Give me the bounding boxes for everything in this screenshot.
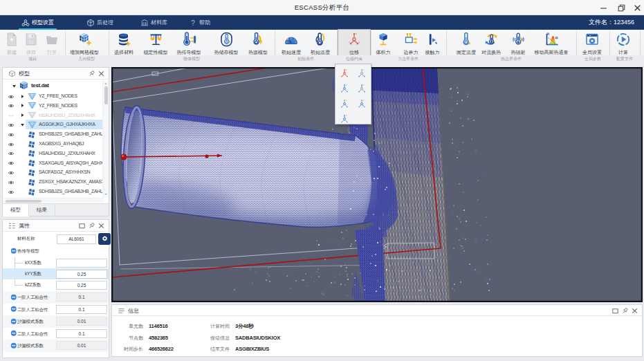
tree-item-row[interactable]: SDHSBJZS_GHSABJHB_ZAHU	[3, 187, 103, 197]
dropdown-option-2[interactable]	[355, 66, 369, 80]
property-value-input[interactable]	[56, 341, 107, 350]
float-panel-icon[interactable]	[611, 307, 619, 315]
tree-vertical-scrollbar[interactable]	[102, 80, 108, 198]
tree-item-row[interactable]: YZ_FREE_NODES	[3, 92, 103, 102]
ribbon-button-initial-temperature[interactable]: 初始温度	[311, 30, 330, 56]
eye-visible-icon[interactable]	[8, 169, 15, 176]
ribbon-button-moving-gaussian-flux[interactable]: 移动高斯热通量	[535, 30, 569, 56]
property-value-input[interactable]	[56, 317, 107, 326]
float-panel-icon[interactable]	[78, 222, 86, 230]
menu-tab-help[interactable]: 帮助	[189, 15, 210, 30]
ribbon-button-heat-storage[interactable]: 热储存模型	[214, 30, 239, 56]
eye-visible-icon[interactable]	[8, 160, 15, 167]
ribbon-button-fixed-temperature[interactable]: 固定温度	[457, 30, 476, 56]
tree-item-row[interactable]: ZSXGX_HSAKAZNZXK_AMASX	[3, 178, 103, 187]
scrollbar-thumb[interactable]	[6, 200, 42, 203]
ribbon-button-new-file[interactable]: 新建	[4, 30, 19, 56]
ribbon-button-initial-velocity[interactable]: 初始速度	[282, 30, 301, 56]
scroll-up-icon[interactable]	[104, 82, 108, 86]
material-settings-button[interactable]	[98, 233, 111, 245]
ribbon-button-label: 热辐射	[510, 49, 526, 56]
ribbon-button-convection[interactable]: 对流换热	[481, 30, 501, 56]
tree-item-row[interactable]: HSAUHDISU_JZXIUXHAHX	[3, 111, 103, 120]
menu-tab-material-library[interactable]: 材料库	[140, 15, 167, 30]
info-panel-icon	[118, 307, 125, 315]
property-value-input[interactable]	[56, 259, 107, 268]
viewport-3d-scene[interactable]	[111, 67, 643, 302]
material-name-input[interactable]	[57, 234, 96, 244]
collapse-section-icon[interactable]	[10, 306, 17, 313]
ribbon-button-stability-model[interactable]: 稳定性模型	[144, 30, 168, 56]
dropdown-option-7[interactable]	[338, 112, 351, 125]
caret-down-icon[interactable]	[20, 122, 25, 127]
ribbon-group-strip: 项目 几何模型 物体模型 初始条件 位移约束 力边界条件 热边界条件 全局参数 …	[0, 55, 644, 63]
ribbon-button-compute[interactable]: 计算	[616, 30, 631, 56]
close-panel-icon[interactable]	[631, 307, 638, 315]
property-value-input[interactable]	[56, 281, 107, 290]
caret-right-icon[interactable]	[20, 103, 25, 108]
ribbon-button-heat-source[interactable]: 热源模型	[248, 30, 268, 56]
eye-visible-icon[interactable]	[8, 189, 15, 196]
collapse-section-icon[interactable]	[10, 294, 17, 301]
ribbon-button-heat-conduction[interactable]: 热传导模型	[177, 30, 201, 56]
scroll-down-icon[interactable]	[104, 192, 108, 196]
eye-visible-icon[interactable]	[8, 141, 15, 148]
collapse-section-icon[interactable]	[10, 248, 17, 254]
dropdown-option-5[interactable]	[338, 97, 351, 110]
eye-visible-icon[interactable]	[8, 179, 15, 186]
tree-item-row[interactable]: HSAUHDISU_JZXIUXHAHX	[3, 149, 103, 158]
tree-item-row[interactable]: AGSGKJKG_GJHXAJKHXA	[3, 120, 103, 130]
menu-tab-post-process[interactable]: 后处理	[86, 15, 113, 30]
ribbon-button-contact-force[interactable]: 接触力	[425, 30, 440, 56]
scrollbar-thumb[interactable]	[104, 86, 108, 104]
info-field-label: 计算时间	[195, 323, 230, 330]
tab-model[interactable]: 模型	[3, 204, 29, 216]
tree-horizontal-scrollbar[interactable]	[3, 198, 104, 203]
dropdown-option-1[interactable]	[338, 66, 351, 80]
ribbon-button-global-settings[interactable]: 全局设置	[582, 30, 602, 56]
tree-item-row[interactable]: XAGBSXG_AYHAQBJ	[3, 140, 103, 149]
eye-visible-icon[interactable]	[8, 131, 15, 138]
ribbon-button-add-mesh-model[interactable]: 增加网格模型	[70, 30, 99, 56]
dropdown-option-3[interactable]	[338, 82, 351, 95]
tree-item-row[interactable]: XSAXGAUS_AISYAQSH_ASHX	[3, 158, 103, 168]
caret-right-icon[interactable]	[20, 94, 25, 99]
caret-down-icon[interactable]	[12, 84, 17, 89]
dropdown-option-4[interactable]	[355, 82, 369, 95]
ribbon-button-thermal-radiation[interactable]: 热辐射	[510, 30, 526, 56]
menu-tab-model-setup[interactable]: 模型设置	[21, 15, 54, 30]
minimize-icon[interactable]	[599, 3, 608, 12]
eye-hidden-icon[interactable]	[8, 112, 15, 119]
ribbon-button-save[interactable]: 保存	[24, 30, 39, 56]
tree-item-row[interactable]: SDHSBJZS_GHSABJHB_ZAHU	[3, 130, 103, 140]
close-panel-icon[interactable]	[98, 70, 105, 77]
tree-root-row[interactable]: test.dat	[3, 81, 103, 91]
collapse-section-icon[interactable]	[10, 342, 17, 349]
property-value-input[interactable]	[56, 305, 107, 314]
property-value-input[interactable]	[56, 293, 107, 302]
tree-item-row[interactable]: SAGFASGZ_ASYHHXSN	[3, 168, 103, 178]
property-value-input[interactable]	[56, 329, 107, 338]
property-row: 一阶人工粘合性	[3, 291, 109, 304]
tab-results[interactable]: 结果	[29, 204, 55, 216]
pin-icon[interactable]	[88, 70, 95, 77]
collapse-section-icon[interactable]	[10, 318, 17, 325]
pin-icon[interactable]	[621, 307, 629, 315]
eye-visible-icon[interactable]	[8, 122, 15, 129]
eye-visible-icon[interactable]	[8, 102, 15, 109]
ribbon-button-select-material[interactable]: 选择材料	[114, 30, 134, 56]
eye-visible-icon[interactable]	[8, 150, 15, 157]
ribbon-button-boundary-force[interactable]: 边界力	[403, 30, 418, 56]
caret-right-icon[interactable]	[20, 113, 25, 118]
tree-item-row[interactable]: YZ_FREE_NODES	[3, 101, 103, 111]
close-icon[interactable]	[633, 3, 642, 12]
ribbon-button-open-folder[interactable]: 打开	[44, 30, 59, 56]
dropdown-option-6[interactable]	[355, 97, 369, 110]
property-value-input[interactable]	[56, 270, 107, 279]
pin-icon[interactable]	[88, 222, 95, 230]
ribbon-button-body-force[interactable]: 体积力	[376, 30, 391, 56]
eye-visible-icon[interactable]	[8, 93, 15, 100]
restore-icon[interactable]	[617, 3, 626, 12]
close-panel-icon[interactable]	[98, 222, 105, 230]
collapse-section-icon[interactable]	[10, 330, 17, 337]
